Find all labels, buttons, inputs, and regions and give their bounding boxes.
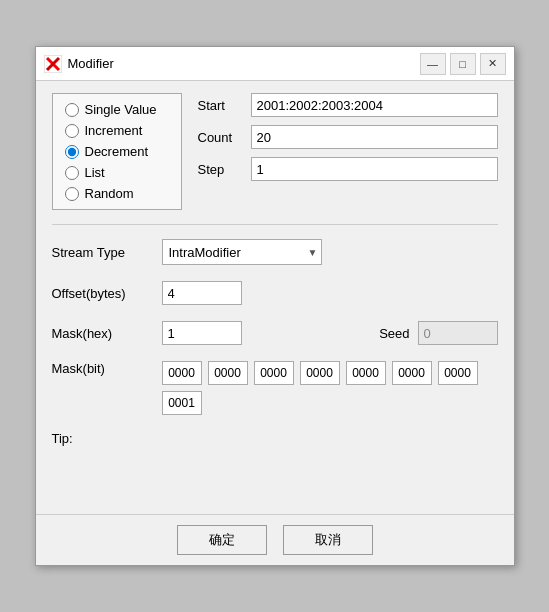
- mask-bit-0[interactable]: [162, 361, 202, 385]
- close-button[interactable]: ✕: [480, 53, 506, 75]
- mask-bit-6[interactable]: [438, 361, 478, 385]
- stream-type-select-wrapper: IntraModifier InterModifier ▼: [162, 239, 322, 265]
- seed-group: Seed: [379, 321, 497, 345]
- window-title: Modifier: [68, 56, 420, 71]
- step-label: Step: [198, 162, 243, 177]
- count-row: Count: [198, 125, 498, 149]
- stream-type-label: Stream Type: [52, 245, 152, 260]
- fields-section: Start Count Step: [198, 93, 498, 181]
- start-input[interactable]: [251, 93, 498, 117]
- start-row: Start: [198, 93, 498, 117]
- mask-bit-2[interactable]: [254, 361, 294, 385]
- count-label: Count: [198, 130, 243, 145]
- mask-bit-row: Mask(bit): [52, 361, 498, 415]
- radio-item-single[interactable]: Single Value: [65, 102, 169, 117]
- offset-row: Offset(bytes): [52, 281, 498, 305]
- stream-type-row: Stream Type IntraModifier InterModifier …: [52, 239, 498, 265]
- radio-random-label: Random: [85, 186, 134, 201]
- mask-bit-5[interactable]: [392, 361, 432, 385]
- title-bar: Modifier — □ ✕: [36, 47, 514, 81]
- radio-decrement[interactable]: [65, 145, 79, 159]
- step-input[interactable]: [251, 157, 498, 181]
- footer: 确定 取消: [36, 514, 514, 565]
- radio-increment-label: Increment: [85, 123, 143, 138]
- radio-item-decrement[interactable]: Decrement: [65, 144, 169, 159]
- radio-single-label: Single Value: [85, 102, 157, 117]
- maximize-button[interactable]: □: [450, 53, 476, 75]
- mask-bit-1[interactable]: [208, 361, 248, 385]
- mask-bit-inputs: [162, 361, 498, 415]
- radio-random[interactable]: [65, 187, 79, 201]
- radio-item-list[interactable]: List: [65, 165, 169, 180]
- radio-list-label: List: [85, 165, 105, 180]
- stream-type-select[interactable]: IntraModifier InterModifier: [162, 239, 322, 265]
- start-label: Start: [198, 98, 243, 113]
- radio-single[interactable]: [65, 103, 79, 117]
- divider-1: [52, 224, 498, 225]
- step-row: Step: [198, 157, 498, 181]
- offset-label: Offset(bytes): [52, 286, 152, 301]
- mask-hex-label: Mask(hex): [52, 326, 152, 341]
- mask-bit-3[interactable]: [300, 361, 340, 385]
- tip-label: Tip:: [52, 431, 152, 446]
- mask-hex-input[interactable]: [162, 321, 242, 345]
- radio-item-random[interactable]: Random: [65, 186, 169, 201]
- mask-hex-row: Mask(hex) Seed: [52, 321, 498, 345]
- seed-input: [418, 321, 498, 345]
- app-icon: [44, 55, 62, 73]
- modifier-window: Modifier — □ ✕ Single Value Increment: [35, 46, 515, 566]
- radio-decrement-label: Decrement: [85, 144, 149, 159]
- top-section: Single Value Increment Decrement List Ra…: [52, 93, 498, 210]
- radio-increment[interactable]: [65, 124, 79, 138]
- window-controls: — □ ✕: [420, 53, 506, 75]
- seed-label: Seed: [379, 326, 409, 341]
- tip-row: Tip:: [52, 431, 498, 446]
- count-input[interactable]: [251, 125, 498, 149]
- radio-item-increment[interactable]: Increment: [65, 123, 169, 138]
- radio-group: Single Value Increment Decrement List Ra…: [52, 93, 182, 210]
- minimize-button[interactable]: —: [420, 53, 446, 75]
- main-content: Single Value Increment Decrement List Ra…: [36, 81, 514, 514]
- mask-bit-4[interactable]: [346, 361, 386, 385]
- mask-bit-7[interactable]: [162, 391, 202, 415]
- radio-list[interactable]: [65, 166, 79, 180]
- mask-bit-label: Mask(bit): [52, 361, 152, 376]
- confirm-button[interactable]: 确定: [177, 525, 267, 555]
- offset-input[interactable]: [162, 281, 242, 305]
- cancel-button[interactable]: 取消: [283, 525, 373, 555]
